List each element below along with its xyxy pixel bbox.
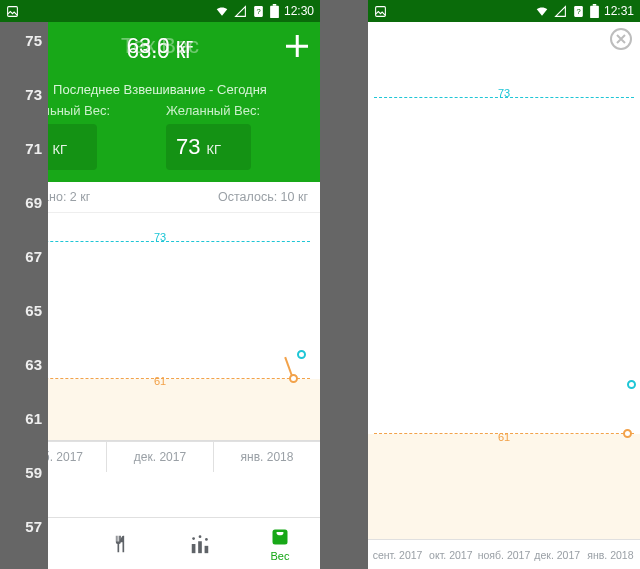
target-weight-block: Желанный Вес: 73 КГ: [166, 103, 308, 170]
signal-icon: [554, 5, 567, 18]
svg-point-5: [192, 537, 195, 540]
nav-stats[interactable]: [189, 533, 211, 555]
image-icon: [374, 5, 387, 18]
nav-food[interactable]: [109, 533, 131, 555]
status-bar: ? 12:31: [368, 0, 640, 22]
svg-rect-10: [205, 545, 209, 552]
status-bar: ? 12:30: [0, 0, 320, 22]
start-line-label: 61: [154, 375, 166, 387]
weight-detail-chart[interactable]: 73 61: [368, 22, 640, 539]
data-point-63: [627, 380, 636, 389]
detail-y-axis: 75737169676563615957: [320, 0, 368, 569]
last-weigh-in: Последнее Взвешивание - Сегодня: [0, 82, 320, 97]
y-tick: 73: [25, 86, 42, 103]
y-tick: 59: [25, 464, 42, 481]
svg-rect-3: [270, 6, 279, 18]
image-icon: [6, 5, 19, 18]
weight-trend-chart[interactable]: 73 61: [0, 213, 320, 441]
y-tick: 61: [25, 410, 42, 427]
x-tick: дек. 2017: [531, 549, 584, 561]
y-tick: 63: [25, 356, 42, 373]
y-tick: 75: [25, 32, 42, 49]
data-point-61: [623, 429, 632, 438]
svg-text:?: ?: [576, 7, 580, 16]
y-tick: 69: [25, 194, 42, 211]
weight-header: Тек Вес 63.0 кг 63.0 кг Последнее Взвеши…: [0, 22, 320, 182]
screen-weight-overview: ? 12:30 Тек Вес 63.0 кг 63.0 кг: [0, 0, 320, 569]
x-tick: сент. 2017: [371, 549, 424, 561]
target-weight-pill[interactable]: 73 КГ: [166, 124, 251, 170]
current-weight-title: Тек Вес 63.0 кг: [34, 33, 286, 59]
data-point-63: [297, 350, 306, 359]
x-tick: нояб. 2017: [477, 549, 530, 561]
svg-point-7: [205, 538, 208, 541]
bottom-nav: Вес: [0, 517, 320, 569]
battery-icon: [590, 4, 599, 18]
nav-weight[interactable]: Вес: [269, 526, 291, 562]
y-tick: 67: [25, 248, 42, 265]
chart-x-axis: нояб. 2017 дек. 2017 янв. 2018: [0, 441, 320, 472]
stats-icon: [189, 533, 211, 555]
screen-weight-detail: ? 12:31 73 61 сент. 2017 окт. 2017 нояб.…: [368, 0, 640, 569]
remaining-text: Осталось: 10 кг: [218, 190, 308, 204]
svg-rect-4: [273, 4, 277, 6]
svg-rect-9: [198, 541, 202, 553]
nav-weight-label: Вес: [271, 550, 290, 562]
x-tick: дек. 2017: [107, 442, 214, 472]
wifi-icon: [535, 4, 549, 18]
scale-icon: [269, 526, 291, 548]
detail-x-axis: сент. 2017 окт. 2017 нояб. 2017 дек. 201…: [368, 539, 640, 569]
svg-point-6: [199, 535, 202, 538]
svg-rect-0: [8, 6, 18, 16]
data-point-61: [289, 374, 298, 383]
close-button[interactable]: [610, 28, 632, 50]
progress-stats: Набрано: 2 кг Осталось: 10 кг: [0, 182, 320, 213]
svg-rect-8: [192, 544, 196, 553]
target-line-label: 73: [498, 87, 510, 99]
x-tick: янв. 2018: [584, 549, 637, 561]
wifi-icon: [215, 4, 229, 18]
y-tick: 57: [25, 518, 42, 535]
help-icon: ?: [252, 5, 265, 18]
fork-knife-icon: [109, 533, 131, 555]
x-tick: окт. 2017: [424, 549, 477, 561]
help-icon: ?: [572, 5, 585, 18]
status-time: 12:30: [284, 4, 314, 18]
status-time: 12:31: [604, 4, 634, 18]
battery-icon: [270, 4, 279, 18]
svg-rect-11: [273, 529, 288, 544]
svg-text:?: ?: [256, 7, 260, 16]
y-tick: 65: [25, 302, 42, 319]
target-line-label: 73: [154, 231, 166, 243]
svg-rect-16: [593, 4, 597, 6]
add-button[interactable]: [286, 35, 308, 57]
x-tick: янв. 2018: [214, 442, 320, 472]
signal-icon: [234, 5, 247, 18]
y-tick: 71: [25, 140, 42, 157]
svg-rect-12: [376, 6, 386, 16]
target-weight-label: Желанный Вес:: [166, 103, 308, 118]
start-line-label: 61: [498, 431, 510, 443]
svg-rect-15: [590, 6, 599, 18]
